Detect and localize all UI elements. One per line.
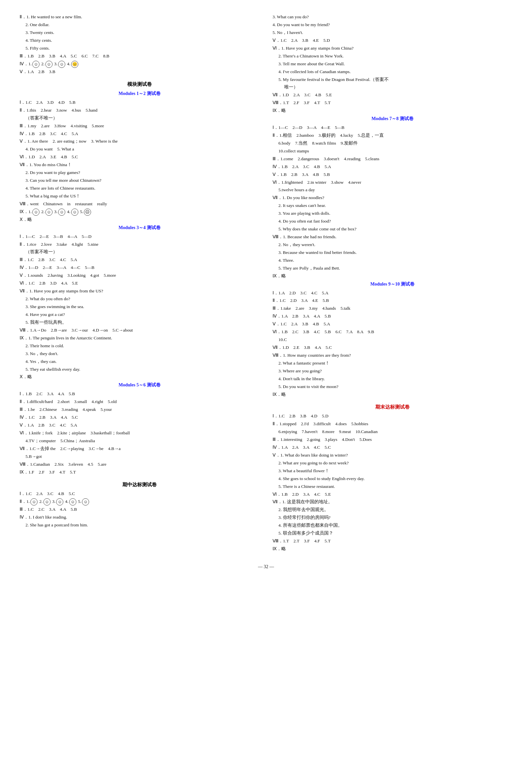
m34-ii-1: Ⅱ．1.rice 2.love 3.take 4.light 5.nine [20, 241, 260, 248]
m12-vii-3: 3. Can you tell me more about Chinatown? [20, 177, 260, 185]
m56-i: Ⅰ．1.B 2.C 3.A 4.A 5.B [20, 390, 260, 398]
qz-ii: Ⅱ．1.☺ 2.☺ 3.☺ 4.☺ 5.☺ [20, 498, 260, 505]
m910-iv: Ⅳ．1.A 2.B 3.A 4.A 5.B [272, 313, 512, 320]
m12-face4: ☺ [71, 208, 78, 216]
qm-v-2: 2. What are you going to do next week? [272, 459, 512, 467]
m12-vii-1: Ⅶ．1. You do miss China！ [20, 161, 260, 169]
roman2-line4: 4. Thirty cents. [20, 37, 260, 44]
roman2-line5: 5. Fifty cents. [20, 45, 260, 52]
m12-v-1: Ⅴ．1. Are there 2. are eating；now 3. Wher… [20, 138, 260, 145]
qimo-title: 期末达标测试卷 [272, 403, 512, 412]
m12-face3: ☺ [58, 208, 65, 216]
module12-subtitle: Modules 1～2 测试卷 [20, 90, 260, 98]
m910-viii-3: 3. Where are you going? [272, 367, 512, 375]
qm-v-3: 3. What a beautiful flower！ [272, 467, 512, 475]
module910-subtitle: Modules 9～10 测试卷 [272, 280, 512, 288]
qm-iv: Ⅳ．1.A 2.A 3.A 4.C 5.C [272, 444, 512, 451]
right-vi-1: Ⅵ．1. Have you got any stamps from China? [272, 45, 512, 52]
qm-vii-4: 4. 所有这些邮票也都来自中国。 [272, 522, 512, 529]
m78-ix: Ⅸ．略 [272, 272, 512, 280]
m910-v: Ⅴ．1.C 2.A 3.B 4.B 5.A [272, 321, 512, 328]
qz-iv-2: 2. She has got a postcard from him. [20, 521, 260, 529]
m34-x: Ⅹ．略 [20, 373, 260, 381]
qz-i: Ⅰ．1.C 2.A 3.C 4.B 5.C [20, 490, 260, 498]
qz-iii: Ⅲ．1.C 2.C 3.A 4.A 5.B [20, 506, 260, 513]
m12-vii-2: 2. Do you want to play games? [20, 169, 260, 177]
m34-vii-1: Ⅶ．1. Have you got any stamps from the US… [20, 287, 260, 295]
right-vi-3: 3. Tell me more about the Great Wall. [272, 60, 512, 68]
roman2-line2: 2. One dollar. [20, 21, 260, 29]
m12-ix: Ⅸ．1.☺ 2.☺ 3.☺ 4.☺ 5.☹ [20, 208, 260, 216]
m56-iv: Ⅳ．1.C 2.B 3.A 4.A 5.C [20, 414, 260, 421]
m56-iii: Ⅲ．1.be 2.Chinese 3.reading 4.speak 5.you… [20, 406, 260, 414]
m12-ii-1: Ⅱ．1.this 2.hear 3.now 4.bus 5.hand [20, 107, 260, 114]
right-line2: 4. Do you want to be my friend? [272, 21, 512, 29]
m78-viii-2: 2. No，they weren't. [272, 241, 512, 249]
m12-ii-note: （答案不唯一） [20, 114, 260, 122]
m56-vi-2: 4.TV；computer 5.China；Australia [20, 437, 260, 445]
m56-ii: Ⅱ．1.difficult/hard 2.short 3.small 4.rig… [20, 398, 260, 406]
qm-ii-2: 6.enjoying 7.haven't 8.more 9.meat 10.Ca… [272, 428, 512, 436]
roman3-line: Ⅲ．1.B 2.B 3.B 4.A 5.C 6.C 7.C 8.B [20, 52, 260, 60]
m34-viii: Ⅷ．1.A→Do 2.B→are 3.C→our 4.D→on 5.C→abou… [20, 327, 260, 334]
m34-v: Ⅴ．1.sounds 2.having 3.Looking 4.got 5.mo… [20, 272, 260, 279]
qz-face2: ☺ [43, 498, 50, 505]
m910-vi-1: Ⅵ．1.B 2.C 3.B 4.C 5.B 6.C 7.A 8.A 9.B [272, 328, 512, 336]
qm-iii: Ⅲ．1.interesting 2.going 3.plays 4.Don't … [272, 436, 512, 443]
m34-iii: Ⅲ．1.C 2.B 3.C 4.C 5.A [20, 256, 260, 264]
module78-subtitle: Modules 7～8 测试卷 [272, 115, 512, 123]
m910-viii-4: 4. Don't talk in the library. [272, 375, 512, 383]
m910-vii: Ⅶ．1.D 2.E 3.B 4.A 5.C [272, 344, 512, 351]
m78-viii-4: 4. Three. [272, 257, 512, 264]
m78-vii-4: 4. Do you often eat fast food? [272, 218, 512, 225]
m78-viii-3: 3. Because she wanted to find better fri… [272, 249, 512, 257]
m34-ii-note: （答案不唯一） [20, 248, 260, 256]
right-vii: Ⅶ．1.D 2.A 3.C 4.B 5.E [272, 91, 512, 99]
qm-v-5: 5. There is a Chinese restaurant. [272, 483, 512, 491]
qz-face5: ☺ [82, 498, 89, 505]
m12-face5: ☹ [84, 208, 91, 216]
right-v: Ⅴ．1.C 2.A 3.B 4.E 5.D [272, 37, 512, 44]
m910-viii-1: Ⅷ．1. How many countries are they from? [272, 352, 512, 359]
roman2-line1: Ⅱ．1. He wanted to see a new film. [20, 13, 260, 21]
face-1: ☺ [32, 61, 39, 68]
m12-vii-5: 5. What a big map of the US！ [20, 192, 260, 200]
m910-ii: Ⅱ．1.C 2.D 3.A 4.E 5.B [272, 297, 512, 304]
right-vi-5: 5. My favourite festival is the Dragon B… [272, 76, 512, 84]
m34-ix-5: 5. They eat shellfish every day. [20, 366, 260, 373]
qm-i: Ⅰ．1.C 2.B 3.B 4.D 5.D [272, 413, 512, 420]
m34-vii-4: 4. Have you got a cat? [20, 311, 260, 319]
qz-face1: ☺ [30, 498, 38, 505]
m78-ii-3: 10.collect stamps [272, 147, 512, 155]
m78-vii-2: 2. It says snakes can't hear. [272, 202, 512, 209]
module56-subtitle: Modules 5～6 测试卷 [20, 381, 260, 389]
m78-vii-3: 3. You are playing with dolls. [272, 210, 512, 217]
m78-v: Ⅴ．1.B 2.B 3.A 4.B 5.B [272, 171, 512, 179]
m910-ix: Ⅸ．略 [272, 391, 512, 399]
right-vi-2: 2. There's a Chinatown in New York. [272, 52, 512, 60]
m56-vi-1: Ⅵ．1.knife；fork 2.kite；airplane 3.basketb… [20, 429, 260, 437]
m910-viii-5: 5. Do you want to visit the moon? [272, 383, 512, 391]
m12-face2: ☺ [45, 208, 52, 216]
m34-vii-5: 5. 我有一些玩具狗。 [20, 319, 260, 326]
page-number: — 32 — [20, 563, 512, 571]
m78-ii-2: 6.body 7.当然 8.watch films 9.发邮件 [272, 140, 512, 147]
qm-ix: Ⅸ．略 [272, 545, 512, 553]
m78-vi-1: Ⅵ．1.frightened 2.in winter 3.show 4.neve… [272, 179, 512, 186]
m12-i: Ⅰ．1.C 2.A 3.D 4.D 5.B [20, 99, 260, 107]
m56-vii-1: Ⅶ．1.C→去掉 the 2.C→playing 3.C→be 4.B→a [20, 445, 260, 453]
m12-vi: Ⅵ．1.D 2.A 3.E 4.B 5.C [20, 153, 260, 161]
m56-ix: Ⅸ．1.F 2.F 3.F 4.T 5.T [20, 469, 260, 476]
m12-iii: Ⅲ．1.my 2.are 3.How 4.visiting 5.more [20, 122, 260, 130]
m34-iv: Ⅳ．1—D 2—E 3—A 4—C 5—B [20, 264, 260, 271]
m12-x: Ⅹ．略 [20, 216, 260, 224]
left-column: Ⅱ．1. He wanted to see a new film. 2. One… [20, 13, 260, 553]
m910-i: Ⅰ．1.A 2.D 3.C 4.C 5.A [272, 289, 512, 297]
face-2: ☺ [45, 61, 52, 68]
m78-vii-1: Ⅶ．1. Do you like noodles? [272, 194, 512, 202]
m12-face1: ☺ [32, 208, 39, 216]
m34-ix-3: 3. No，they don't. [20, 350, 260, 358]
m12-iv: Ⅳ．1.B 2.B 3.C 4.C 5.A [20, 130, 260, 138]
m34-vii-3: 3. She goes swimming in the sea. [20, 303, 260, 311]
m56-viii: Ⅷ．1.Canadian 2.Six 3.eleven 4.5 5.are [20, 461, 260, 468]
